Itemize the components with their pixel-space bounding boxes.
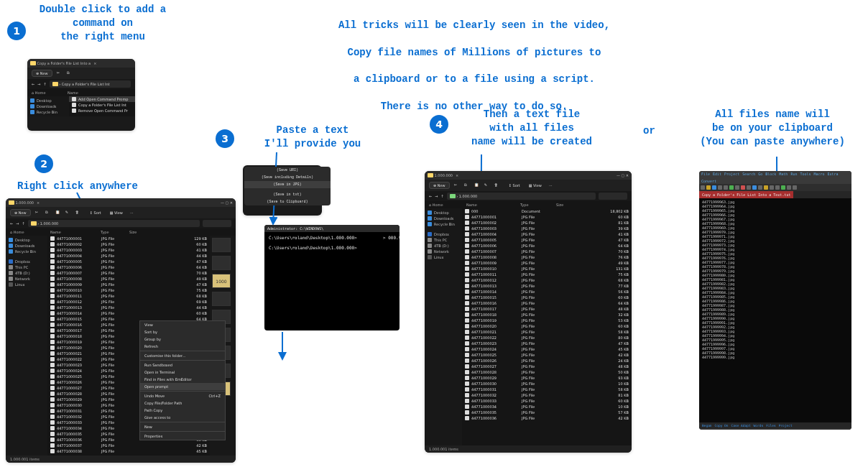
sidebar-item[interactable]: 4TB (D:) bbox=[428, 243, 459, 249]
menu-item[interactable]: Block bbox=[765, 172, 776, 176]
sort-button[interactable]: ↕ Sort bbox=[509, 183, 520, 188]
nav-up-icon[interactable]: ↑ bbox=[22, 221, 24, 226]
table-row[interactable]: 44771000010JPG File75 KB bbox=[47, 287, 210, 293]
breadcrumb[interactable]: › Copy a Folder's File List Int bbox=[50, 80, 131, 88]
text-editor[interactable]: FileEditProjectSearchGoBlockMathRunTools… bbox=[699, 171, 851, 430]
table-row[interactable]: 44771000003JPG File41 KB bbox=[47, 247, 210, 253]
sidebar-item[interactable]: Dropbox bbox=[428, 231, 459, 237]
nav-forward-icon[interactable]: → bbox=[37, 82, 40, 86]
table-row[interactable]: 44771000013JPG File77 KB bbox=[462, 283, 632, 289]
menu-item[interactable]: Convert bbox=[701, 179, 716, 183]
list-item[interactable]: Add Open Command Promp bbox=[69, 96, 135, 102]
nav-back-icon[interactable]: ← bbox=[429, 194, 432, 198]
terminal-window[interactable]: Administrator: C:\WINDOWS\ C:\Users\rola… bbox=[264, 225, 400, 330]
sidebar-item[interactable]: 4TB (D:) bbox=[9, 270, 45, 276]
view-button[interactable]: ▦ View bbox=[110, 211, 123, 215]
context-item[interactable]: Refresh bbox=[140, 343, 225, 350]
list-item[interactable]: Remove Open Command Pr bbox=[69, 108, 135, 114]
editor-menubar[interactable]: FileEditProjectSearchGoBlockMathRunTools… bbox=[699, 171, 851, 184]
context-item[interactable]: Find in Files with EmEditor bbox=[140, 376, 225, 383]
cut-icon[interactable]: ✂ bbox=[454, 182, 460, 188]
context-item[interactable]: Path Copy bbox=[140, 407, 225, 414]
table-row[interactable]: 44771000006JPG File64 KB bbox=[462, 243, 632, 249]
table-row[interactable]: 44771000012JPG File69 KB bbox=[47, 299, 210, 305]
table-row[interactable]: 44771000009JPG File47 KB bbox=[47, 282, 210, 287]
table-row[interactable]: 44771000036JPG File42 KB bbox=[462, 415, 632, 421]
context-item[interactable]: New bbox=[140, 423, 225, 430]
table-row[interactable]: 44771000006JPG File64 KB bbox=[47, 264, 210, 270]
home-link[interactable]: ⌂ Home bbox=[10, 230, 50, 234]
cut-icon[interactable]: ✂ bbox=[57, 70, 63, 76]
menu-item[interactable]: Run bbox=[790, 172, 797, 176]
home-link[interactable]: ⌂ Home bbox=[429, 203, 466, 207]
sidebar-item[interactable]: Network bbox=[9, 276, 45, 282]
table-row[interactable]: 44771000021JPG File58 KB bbox=[462, 329, 632, 335]
table-row[interactable]: 44771000028JPG File50 KB bbox=[462, 369, 632, 375]
editor-content[interactable]: 44771999963.jpg 44771999964.jpg 44771999… bbox=[699, 198, 851, 422]
context-item[interactable]: View bbox=[140, 321, 225, 328]
context-item[interactable]: Properties bbox=[140, 433, 225, 440]
file-list[interactable]: Add Open Command PrompCopy a Folder's Fi… bbox=[69, 96, 135, 116]
sidebar-item[interactable]: Downloads bbox=[9, 243, 45, 249]
table-row[interactable]: 44771000010JPG File131 KB bbox=[462, 266, 632, 272]
table-row[interactable]: 44771000011JPG File68 KB bbox=[47, 293, 210, 299]
context-item[interactable]: Open in Terminal bbox=[140, 369, 225, 376]
sidebar-item[interactable]: Linux bbox=[9, 282, 45, 287]
sort-button[interactable]: ↕ Sort bbox=[90, 211, 101, 215]
search-input[interactable] bbox=[203, 220, 231, 227]
nav-up-icon[interactable]: ↑ bbox=[440, 194, 443, 198]
menu-item[interactable]: Macro bbox=[813, 172, 824, 176]
table-row[interactable]: 44771000014JPG File56 KB bbox=[462, 289, 632, 295]
table-row[interactable]: 44771000027JPG File48 KB bbox=[462, 364, 632, 369]
table-row[interactable]: 44771000034JPG File10 KB bbox=[462, 404, 632, 410]
cut-icon[interactable]: ✂ bbox=[35, 210, 41, 216]
editor-tab[interactable]: Copy a Folder's File List Into a Text.tx… bbox=[699, 191, 793, 198]
view-button[interactable]: ▦ View bbox=[529, 183, 542, 188]
nav-back-icon[interactable]: ← bbox=[10, 221, 13, 226]
table-row[interactable]: 44771000005JPG File47 KB bbox=[462, 237, 632, 243]
table-row[interactable]: 44771000020JPG File60 KB bbox=[462, 323, 632, 329]
quickmenu-item[interactable]: (Save in JPG) bbox=[244, 181, 331, 188]
sidebar-item[interactable]: Desktop bbox=[30, 98, 66, 103]
file-list[interactable]: 000Document18,802 KB44771000001JPG File6… bbox=[462, 208, 632, 445]
context-menu[interactable]: ViewSort byGroup byRefreshCustomise this… bbox=[139, 320, 226, 440]
context-item[interactable]: Group by bbox=[140, 336, 225, 343]
table-row[interactable]: 44771000024JPG File45 KB bbox=[462, 346, 632, 352]
table-row[interactable]: 44771000023JPG File47 KB bbox=[462, 341, 632, 346]
editor-options-bar[interactable]: BeganCopy OnCase AdaptWordsFilesProject bbox=[699, 422, 851, 428]
table-row[interactable]: 44771000033JPG File60 KB bbox=[462, 398, 632, 404]
nav-up-icon[interactable]: ↑ bbox=[43, 82, 46, 86]
context-item[interactable]: Sort by bbox=[140, 328, 225, 336]
table-row[interactable]: 44771000001JPG File60 KB bbox=[462, 214, 632, 220]
table-row[interactable]: 44771000018JPG File32 KB bbox=[462, 312, 632, 318]
table-row[interactable]: 44771000032JPG File81 KB bbox=[462, 392, 632, 398]
sidebar-item[interactable]: Recycle Bin bbox=[9, 249, 45, 254]
table-row[interactable]: 44771000031JPG File58 KB bbox=[462, 387, 632, 392]
quickmenu-item[interactable]: (Save to Clipboard) bbox=[244, 198, 331, 205]
menu-item[interactable]: Extra bbox=[828, 172, 839, 176]
copy-icon[interactable]: ⧉ bbox=[67, 70, 73, 76]
context-item[interactable]: Open prompt bbox=[140, 383, 225, 390]
menu-item[interactable]: Go bbox=[758, 172, 762, 176]
menu-item[interactable]: Edit bbox=[713, 172, 721, 176]
table-row[interactable]: 44771000013JPG File44 KB bbox=[47, 305, 210, 310]
table-row[interactable]: 44771000004JPG File44 KB bbox=[47, 253, 210, 259]
sidebar-item[interactable]: This PC bbox=[9, 264, 45, 270]
table-row[interactable]: 44771000025JPG File42 KB bbox=[462, 352, 632, 358]
breadcrumb[interactable]: › 1.000.000 bbox=[447, 193, 596, 200]
table-row[interactable]: 44771000003JPG File39 KB bbox=[462, 226, 632, 231]
table-row[interactable]: 44771000002JPG File81 KB bbox=[462, 220, 632, 226]
table-row[interactable]: 44771000008JPG File76 KB bbox=[462, 254, 632, 260]
sidebar-item[interactable]: Network bbox=[428, 249, 459, 254]
table-row[interactable]: 000Document18,802 KB bbox=[462, 208, 632, 214]
table-row[interactable]: 44771000009JPG File49 KB bbox=[462, 260, 632, 266]
table-row[interactable]: 44771000012JPG File68 KB bbox=[462, 277, 632, 283]
table-row[interactable]: 44771000037JPG File42 KB bbox=[47, 443, 210, 448]
context-item[interactable]: Customise this folder... bbox=[140, 352, 225, 359]
sidebar-item[interactable]: Desktop bbox=[428, 210, 459, 216]
quick-save-menu[interactable]: (Save URI)(Save including Details)(Save … bbox=[244, 167, 331, 205]
table-row[interactable]: 44771000007JPG File70 KB bbox=[462, 249, 632, 254]
table-row[interactable]: 44771000030JPG File10 KB bbox=[462, 381, 632, 387]
nav-forward-icon[interactable]: → bbox=[435, 194, 438, 198]
context-item[interactable]: Undo MoveCtrl+Z bbox=[140, 392, 225, 399]
